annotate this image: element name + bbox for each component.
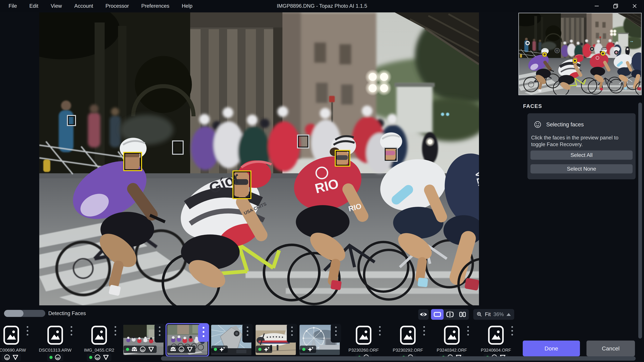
view-mode-single[interactable] (431, 309, 444, 320)
progress-fill (4, 310, 24, 317)
navigator-face-marker-5[interactable] (590, 47, 594, 51)
view-mode-group (431, 309, 469, 320)
face-box-6-selected[interactable] (335, 150, 350, 167)
filmstrip: SC00690.ARWDSC01313.ARWIMG_0455.CR2P3230… (0, 321, 518, 362)
denoise-badge-icon (140, 346, 146, 353)
thumbnail-menu-button[interactable] (27, 326, 28, 336)
filmstrip-item-P3230260.ORF[interactable]: P3230260.ORF (344, 325, 384, 358)
faces-status-row: Selecting faces (534, 121, 584, 128)
filmstrip-horizontal-scrollbar[interactable] (161, 356, 636, 361)
eye-icon (420, 312, 427, 317)
navigator-face-marker-7[interactable] (614, 50, 618, 55)
face-box-7-unselected[interactable] (384, 147, 398, 162)
thumbnail-menu-button[interactable] (467, 326, 469, 336)
ready-status-dot (50, 356, 53, 359)
filmstrip-item-P3230292.ORF[interactable]: P3230292.ORF (388, 325, 428, 358)
navigator-face-marker-1[interactable] (526, 41, 530, 45)
filmstrip-item-SC00690.ARW[interactable]: SC00690.ARW (0, 325, 31, 358)
window-title: IMGP8896.DNG - Topaz Photo AI 1.1.5 (277, 0, 367, 12)
menu-view[interactable]: View (44, 3, 68, 9)
thumbnail-menu-button[interactable] (291, 327, 293, 336)
thumbnail-menu-button[interactable] (379, 326, 381, 336)
denoise-badge-icon (94, 354, 101, 361)
restore-button[interactable] (606, 0, 625, 12)
faces-instruction-text: Click the faces in the preview panel to … (531, 134, 633, 148)
minimize-button[interactable] (587, 0, 606, 12)
filmstrip-item-DSC01313.ARW[interactable]: DSC01313.ARW (35, 325, 75, 358)
menu-processor[interactable]: Processor (99, 3, 135, 9)
navigator-preview[interactable] (518, 13, 642, 95)
menu-preferences[interactable]: Preferences (135, 3, 176, 9)
thumbnail-menu-notch (331, 324, 341, 343)
thumbnail-menu-button[interactable] (70, 326, 72, 336)
thumbnail-menu-button[interactable] (511, 326, 513, 336)
menu-account[interactable]: Account (68, 3, 99, 9)
denoise-badge-icon (55, 354, 61, 361)
close-button[interactable] (625, 0, 644, 12)
thumbnail-menu-button[interactable] (247, 327, 248, 336)
thumbnail-status-badges (212, 346, 228, 353)
thumbnail-status-badges (168, 346, 196, 353)
image-placeholder-icon (488, 326, 504, 345)
image-placeholder-icon (400, 326, 416, 345)
faces-badge-icon (131, 346, 138, 353)
thumbnail-menu-notch (242, 324, 253, 343)
select-none-button[interactable]: Select None (530, 164, 632, 173)
filmstrip-item-airplane[interactable] (256, 325, 296, 358)
thumbnail-status-badges (87, 354, 112, 361)
sharpen-badge-icon (148, 346, 154, 353)
photo-jersey-labels: GíorUSA CRITSRIORIOVERGE (39, 12, 479, 305)
faces-status-card: Selecting faces Click the faces in the p… (528, 113, 636, 179)
filmstrip-item-P3240604.ORF[interactable]: P3240604.ORF (476, 325, 516, 358)
filmstrip-item-ferris[interactable] (300, 325, 340, 358)
menu-file[interactable]: File (2, 3, 23, 9)
done-button[interactable]: Done (523, 341, 580, 356)
image-placeholder-icon (91, 326, 107, 345)
navigator-face-marker-2[interactable] (542, 52, 547, 57)
photo-canvas[interactable]: GíorUSA CRITSRIORIOVERGE (39, 12, 479, 305)
zoom-dropdown-caret-icon[interactable] (506, 313, 511, 316)
zoom-percent-label: 36% (494, 311, 504, 318)
denoise-badge-icon (178, 346, 185, 353)
menu-help[interactable]: Help (176, 3, 199, 9)
thumbnail-menu-button[interactable] (114, 326, 116, 336)
ready-status-dot (126, 348, 129, 351)
enhance-badge-icon (264, 346, 270, 353)
thumbnail-status-badges (124, 346, 157, 353)
thumbnail-menu-button[interactable] (335, 327, 337, 336)
select-all-button[interactable]: Select All (530, 150, 632, 160)
face-box-5-unselected[interactable] (297, 135, 309, 148)
ready-status-dot (89, 356, 92, 359)
zoom-control[interactable]: Fit 36% (473, 309, 514, 320)
face-box-1-unselected[interactable] (67, 115, 76, 126)
thumbnail-status-badges (47, 354, 64, 361)
thumbnail-menu-notch (154, 324, 165, 343)
filmstrip-item-cycling-a[interactable] (123, 325, 164, 358)
face-box-3-unselected[interactable] (172, 140, 184, 155)
navigator-face-marker-3[interactable] (555, 48, 559, 53)
face-box-2-selected[interactable] (123, 152, 142, 171)
svg-text:USA CRITS: USA CRITS (243, 201, 267, 216)
minimize-icon (594, 3, 600, 9)
thumbnail-status-badges (2, 354, 21, 361)
split-view-icon (446, 311, 454, 318)
filmstrip-item-cycling-b[interactable] (167, 325, 208, 358)
face-box-4-selected[interactable] (232, 170, 252, 199)
preview-original-button[interactable] (418, 309, 429, 320)
filmstrip-item-IMG_0455.CR2[interactable]: IMG_0455.CR2 (79, 325, 119, 358)
panel-vertical-scrollbar[interactable] (638, 103, 642, 339)
image-placeholder-icon (3, 326, 19, 345)
side-by-side-icon (458, 311, 466, 318)
smiley-face-icon (534, 121, 542, 128)
menu-edit[interactable]: Edit (23, 3, 44, 9)
view-mode-split[interactable] (444, 309, 456, 320)
thumbnail-menu-button[interactable] (159, 327, 160, 336)
faces-status-title: Selecting faces (546, 121, 584, 128)
thumbnail-menu-button[interactable] (423, 326, 425, 336)
thumbnail-menu-button-selected[interactable] (198, 324, 209, 342)
zoom-mode-label: Fit (485, 311, 491, 318)
filmstrip-item-P3240342.ORF[interactable]: P3240342.ORF (432, 325, 472, 358)
filmstrip-item-spaceship[interactable] (211, 325, 252, 358)
cancel-button[interactable]: Cancel (586, 341, 635, 356)
view-mode-side-by-side[interactable] (456, 309, 469, 320)
